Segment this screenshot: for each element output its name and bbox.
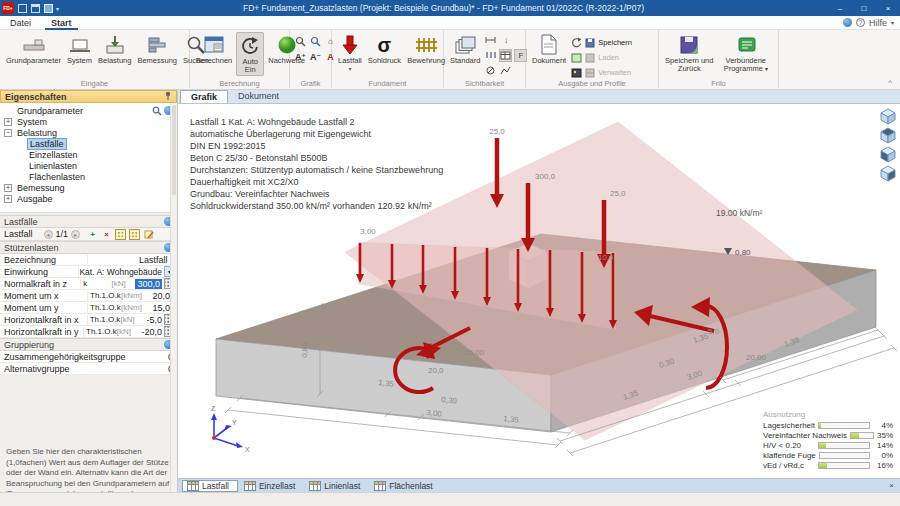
help-label[interactable]: Hilfe (869, 18, 887, 28)
table-add-button[interactable] (129, 229, 140, 240)
view-cube-icon[interactable] (879, 108, 896, 125)
speichern-zurueck-button[interactable]: Speichern und Zurück (663, 32, 716, 74)
expand-icon[interactable]: + (4, 118, 12, 126)
group-label-berechnung: Berechnung (190, 79, 289, 88)
view-cube-icon[interactable] (879, 165, 896, 182)
3d-viewport[interactable]: Lastfall 1 Kat. A: Wohngebäude Lastfall … (178, 104, 900, 478)
tree-item-flaechenlasten[interactable]: Flächenlasten (4, 171, 177, 182)
collapse-icon[interactable]: − (4, 129, 12, 137)
tree-item-einzellasten[interactable]: Einzellasten (4, 149, 177, 160)
refresh-profile-icon[interactable] (570, 36, 583, 49)
connected-programs-icon (735, 33, 757, 57)
table-view-button[interactable] (115, 229, 126, 240)
lastfall-caret-icon: ▾ (348, 65, 351, 73)
next-lastfall-button[interactable]: ▸ (71, 230, 80, 239)
bewehrung-button[interactable]: Bewehrung (405, 32, 447, 66)
help-icon[interactable]: ? (856, 18, 865, 27)
info-icon[interactable] (843, 18, 852, 27)
close-table-panel-button[interactable]: × (889, 481, 894, 490)
maximize-button[interactable]: □ (852, 4, 876, 13)
legend-row: H/V < 0.20 14% (763, 440, 893, 450)
utilization-bar (818, 442, 870, 449)
dokument-button[interactable]: Dokument (530, 32, 568, 66)
close-button[interactable]: × (876, 4, 900, 13)
prev-lastfall-button[interactable]: ◂ (44, 230, 53, 239)
circle-toggle-icon[interactable] (484, 64, 497, 77)
tab-einzellast[interactable]: Einzellast (240, 480, 303, 492)
prop-row-horizontalkraft-x[interactable]: Horizontalkraft in xTh.1.O.k[kN]-5,0 (0, 314, 177, 326)
expand-icon[interactable]: + (4, 195, 12, 203)
tab-linienlast[interactable]: Linienlast (305, 480, 368, 492)
tree-item-lastfaelle[interactable]: Lastfälle (4, 138, 177, 149)
sohldruck-button[interactable]: σ Sohldruck (366, 32, 403, 66)
arrow-down-toggle-icon[interactable]: ↓ (499, 34, 512, 47)
bemessung-button[interactable]: Bemessung (135, 32, 179, 66)
pin-icon[interactable] (164, 91, 172, 102)
ribbon-group-grafik: ⌂ A⁺ A⁻ A Grafik (290, 30, 332, 88)
polyline-toggle-icon[interactable] (499, 64, 512, 77)
prop-row-einwirkung[interactable]: EinwirkungKat. A: Wohngebäude ▾ (0, 266, 177, 278)
prop-row-horizontalkraft-y[interactable]: Horizontalkraft in yTh.1.O.k[kN]-20,0 (0, 326, 177, 338)
system-icon (69, 33, 91, 57)
grundparameter-button[interactable]: Grundparameter (4, 32, 63, 66)
table-toggle-icon[interactable] (499, 49, 512, 62)
expand-icon[interactable]: + (4, 184, 12, 192)
profile-image-icon[interactable] (570, 66, 583, 79)
profile-folder-icon[interactable] (570, 51, 583, 64)
new-document-icon[interactable] (18, 4, 27, 13)
loads-toggle-icon[interactable] (484, 49, 497, 62)
prop-row-zusammengehoerigkeitsgruppe[interactable]: Zusammengehörigkeitsgruppe0 (0, 351, 177, 363)
window-icon[interactable] (44, 4, 53, 13)
verbundene-programme-button[interactable]: Verbundene Programme ▾ (718, 32, 774, 74)
ribbon-group-sichtbarkeit: Standard ↓ F Sichtbarkeit (444, 30, 526, 88)
add-lastfall-button[interactable]: + (87, 229, 98, 240)
prop-row-bezeichnung[interactable]: BezeichnungLastfall 2 (0, 254, 177, 266)
standard-button[interactable]: Standard (448, 32, 482, 66)
zoom-icon[interactable] (294, 35, 307, 48)
document-icon (539, 33, 559, 57)
tab-lastfall[interactable]: Lastfall (182, 480, 238, 492)
tree-item-belastung[interactable]: −Belastung (4, 127, 177, 138)
system-button[interactable]: System (65, 32, 94, 66)
lastfall-button[interactable]: Lastfall▾ (336, 32, 364, 74)
prop-row-moment-x[interactable]: Moment um xTh.1.O.k[kNm]20,00 (0, 290, 177, 302)
help-caret-icon[interactable]: ▾ (891, 19, 894, 26)
zoom-window-icon[interactable] (309, 35, 322, 48)
save-icon[interactable] (31, 4, 40, 13)
profile-speichern-button[interactable]: Speichern (585, 36, 632, 49)
normalkraft-input[interactable]: 300,0 (135, 279, 162, 289)
font-decrease-icon[interactable]: A⁻ (309, 50, 322, 63)
tab-dokument[interactable]: Dokument (228, 90, 289, 103)
profile-laden-button[interactable]: Laden (585, 51, 632, 64)
profile-verwalten-button[interactable]: Verwalten (585, 66, 632, 79)
minimize-button[interactable]: – (828, 4, 852, 13)
ribbon-collapse-icon[interactable]: ^ (888, 78, 892, 87)
menu-tab-start[interactable]: Start (41, 16, 82, 30)
lastfall-counter: 1/1 (56, 229, 69, 239)
tree-search-icon[interactable] (152, 106, 162, 118)
svg-text:10,0: 10,0 (598, 253, 614, 262)
tree-item-ausgabe[interactable]: +Ausgabe (4, 193, 177, 204)
dimensions-toggle-icon[interactable] (484, 34, 497, 47)
application-window: FD+ ▾ FD+ Fundament_Zusatzlasten (Projek… (0, 0, 900, 506)
svg-text:5,0: 5,0 (708, 327, 720, 336)
utilization-bar (818, 462, 870, 469)
view-cube-icon[interactable] (879, 146, 896, 163)
prop-row-normalkraft-z[interactable]: Normalkraft in zk[kN] 300,0 (0, 278, 177, 290)
tree-item-bemessung[interactable]: +Bemessung (4, 182, 177, 193)
menu-tab-datei[interactable]: Datei (0, 16, 41, 30)
delete-lastfall-button[interactable]: × (101, 229, 112, 240)
tree-item-linienlasten[interactable]: Linienlasten (4, 160, 177, 171)
tab-flaechenlast[interactable]: Flächenlast (370, 480, 440, 492)
berechnen-button[interactable]: Berechnen (194, 32, 234, 66)
sidebar-scrollbar[interactable] (170, 103, 177, 492)
view-cube-icon[interactable] (879, 127, 896, 144)
tab-grafik[interactable]: Grafik (180, 90, 228, 103)
font-increase-icon[interactable]: A⁺ (294, 50, 307, 63)
auto-ein-toggle[interactable]: Auto Ein (236, 32, 264, 76)
prop-row-moment-y[interactable]: Moment um yTh.1.O.k[kNm]15,00 (0, 302, 177, 314)
belastung-button[interactable]: Belastung (96, 32, 133, 66)
prop-row-alternativgruppe[interactable]: Alternativgruppe0 (0, 363, 177, 375)
edit-button[interactable] (143, 229, 154, 240)
svg-text:0,80: 0,80 (735, 248, 751, 257)
